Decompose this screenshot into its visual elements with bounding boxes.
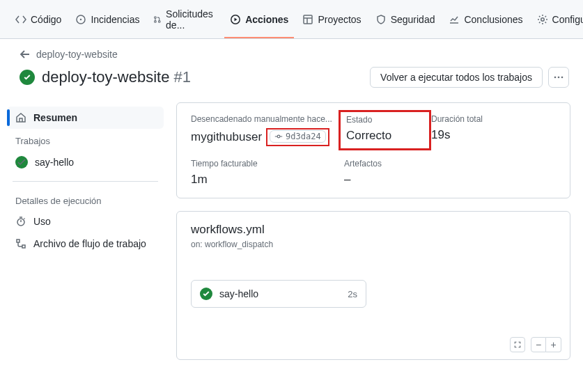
stopwatch-icon <box>15 216 26 227</box>
rerun-all-button[interactable]: Volver a ejecutar todos los trabajos <box>370 67 543 88</box>
commit-link[interactable]: 9d3da24 <box>270 130 326 143</box>
sidebar-summary[interactable]: Resumen <box>7 107 164 129</box>
billable-value: 1m <box>191 173 344 187</box>
main: Resumen Trabajos say-hello Detalles de e… <box>0 93 583 373</box>
run-title: deploy-toy-website #1 <box>42 68 191 86</box>
sidebar-summary-label: Resumen <box>33 112 77 123</box>
issue-icon <box>75 14 86 25</box>
svg-point-10 <box>561 77 563 79</box>
nav-security[interactable]: Seguridad <box>370 8 441 38</box>
workflow-card: workflows.yml on: workflow_dispatch say-… <box>176 211 570 360</box>
play-icon <box>230 14 241 25</box>
nav-pulls[interactable]: Solicitudes de... <box>148 3 221 43</box>
status-success-icon <box>15 156 28 168</box>
git-pull-icon <box>153 14 162 25</box>
nav-code[interactable]: Código <box>10 8 67 38</box>
svg-point-4 <box>159 20 161 22</box>
fullscreen-button[interactable] <box>510 337 525 352</box>
run-number: #1 <box>174 68 191 86</box>
nav-settings-label: Configuración <box>552 14 583 25</box>
graph-icon <box>449 14 460 25</box>
meta-billable: Tiempo facturable 1m <box>191 159 344 187</box>
shield-icon <box>375 14 387 25</box>
nav-issues-label: Incidencias <box>91 14 139 25</box>
svg-point-7 <box>541 17 543 20</box>
sidebar-usage-label: Uso <box>33 216 51 227</box>
nav-insights[interactable]: Conclusiones <box>443 8 528 38</box>
meta-artifacts: Artefactos – <box>344 159 431 187</box>
triggered-label: Desencadenado manualmente hace... <box>191 114 344 124</box>
sidebar-details-section: Detalles de ejecución <box>7 189 164 210</box>
job-node-say-hello[interactable]: say-hello 2s <box>191 280 366 308</box>
job-duration: 2s <box>348 289 357 299</box>
artifacts-value: – <box>344 173 431 187</box>
nav-actions[interactable]: Acciones <box>224 8 294 38</box>
nav-projects-label: Proyectos <box>318 14 361 25</box>
highlight-status: Estado Correcto <box>339 110 431 150</box>
artifacts-label: Artefactos <box>344 159 431 168</box>
sidebar-job-say-hello[interactable]: say-hello <box>7 150 164 174</box>
expand-icon <box>513 340 522 349</box>
meta-triggered: Desencadenado manualmente hace... mygith… <box>191 114 344 146</box>
nav-code-label: Código <box>31 14 61 25</box>
sidebar-workflow-file[interactable]: Archivo de flujo de trabajo <box>7 233 164 255</box>
meta-duration: Duración total 19s <box>431 114 532 146</box>
svg-point-8 <box>554 77 557 79</box>
sidebar-workflow-file-label: Archivo de flujo de trabajo <box>33 238 146 249</box>
nav-security-label: Seguridad <box>391 14 435 25</box>
gear-icon <box>537 14 548 25</box>
status-success-icon <box>200 288 212 300</box>
code-icon <box>15 14 26 25</box>
nav-issues[interactable]: Incidencias <box>70 8 145 38</box>
job-name: say-hello <box>219 288 258 299</box>
svg-point-3 <box>155 20 157 22</box>
zoom-out-button[interactable]: − <box>531 337 546 352</box>
content: Desencadenado manualmente hace... mygith… <box>176 102 570 360</box>
duration-label: Duración total <box>431 114 532 124</box>
highlight-commit: 9d3da24 <box>266 128 329 146</box>
svg-rect-13 <box>22 245 25 248</box>
workflow-trigger: on: workflow_dispatch <box>191 240 556 249</box>
svg-point-14 <box>277 135 280 138</box>
run-title-text: deploy-toy-website <box>42 68 169 86</box>
sidebar-usage[interactable]: Uso <box>7 210 164 233</box>
home-icon <box>15 112 26 123</box>
breadcrumb-workflow: deploy-toy-website <box>36 49 118 60</box>
breadcrumb[interactable]: deploy-toy-website <box>20 49 569 60</box>
workflow-icon <box>15 238 26 249</box>
svg-point-2 <box>155 16 157 18</box>
svg-point-1 <box>80 18 81 19</box>
status-success-icon <box>20 70 35 85</box>
nav-actions-label: Acciones <box>245 14 288 25</box>
triggered-user[interactable]: mygithubuser <box>191 130 262 144</box>
more-actions-button[interactable] <box>548 67 569 88</box>
nav-pulls-label: Solicitudes de... <box>166 8 216 31</box>
status-label: Estado <box>346 115 423 125</box>
svg-rect-12 <box>17 240 20 242</box>
nav-insights-label: Conclusiones <box>464 14 522 25</box>
run-header: deploy-toy-website deploy-toy-website #1… <box>0 39 583 93</box>
svg-point-9 <box>558 77 560 79</box>
workflow-file-name: workflows.yml <box>191 223 556 237</box>
sidebar: Resumen Trabajos say-hello Detalles de e… <box>7 102 164 360</box>
sidebar-job-label: say-hello <box>35 157 74 168</box>
table-icon <box>302 14 313 25</box>
arrow-left-icon <box>20 49 31 60</box>
repo-nav: Código Incidencias Solicitudes de... Acc… <box>0 0 583 39</box>
divider <box>13 181 158 182</box>
commit-icon <box>274 132 283 141</box>
duration-value: 19s <box>431 128 532 142</box>
commit-sha: 9d3da24 <box>286 132 321 141</box>
sidebar-jobs-section: Trabajos <box>7 129 164 150</box>
summary-card: Desencadenado manualmente hace... mygith… <box>176 102 570 198</box>
nav-settings[interactable]: Configuración <box>531 8 583 38</box>
zoom-in-button[interactable]: + <box>546 337 561 352</box>
status-value: Correcto <box>346 129 423 143</box>
billable-label: Tiempo facturable <box>191 159 344 168</box>
run-title-wrap: deploy-toy-website #1 <box>20 68 191 86</box>
kebab-icon <box>553 72 564 83</box>
svg-rect-6 <box>304 15 312 24</box>
nav-projects[interactable]: Proyectos <box>297 8 366 38</box>
